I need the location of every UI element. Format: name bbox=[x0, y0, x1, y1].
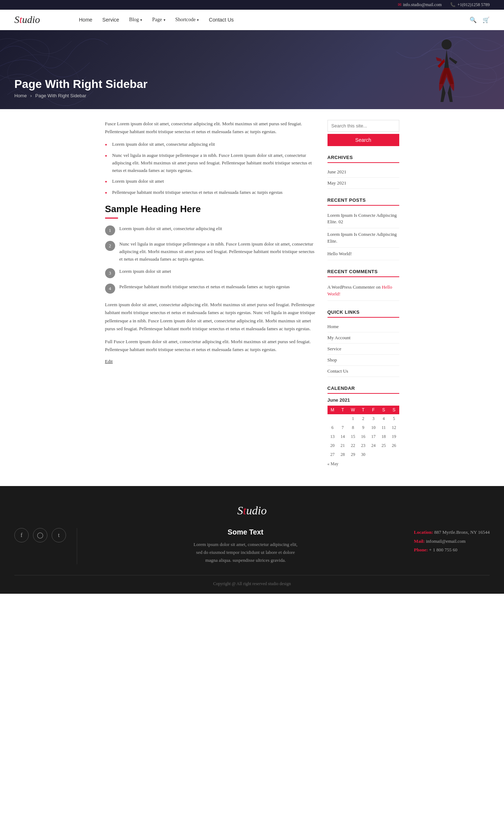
cal-day: 25 bbox=[378, 441, 389, 450]
svg-point-4 bbox=[442, 39, 452, 50]
breadcrumb-home[interactable]: Home bbox=[14, 93, 27, 98]
main-nav: Home Service Blog Page Shortcode Contact… bbox=[79, 17, 470, 23]
facebook-icon[interactable]: f bbox=[14, 528, 29, 542]
cal-day: 11 bbox=[378, 423, 389, 432]
number-badge: 1 bbox=[105, 225, 115, 235]
numbered-text: Pellentesque habitant morbi tristique se… bbox=[119, 283, 290, 291]
footer-grid: f ◯ t Some Text Lorem ipsum dolor sit am… bbox=[14, 528, 490, 564]
cal-day: 27 bbox=[328, 450, 338, 459]
nav-shortcode[interactable]: Shortcode bbox=[175, 17, 199, 23]
numbered-item: 4 Pellentesque habitant morbi tristique … bbox=[105, 283, 317, 294]
calendar-table: M T W T F S S 1 2 3 bbox=[328, 406, 399, 459]
cart-icon[interactable]: 🛒 bbox=[482, 17, 490, 23]
list-item: Pellentesque habitant morbi tristique se… bbox=[105, 189, 317, 196]
quick-link-contact[interactable]: Contact Us bbox=[328, 366, 399, 377]
nav-service[interactable]: Service bbox=[102, 17, 119, 23]
hero-section: Page With Right Sidebar Home › Page With… bbox=[0, 30, 504, 109]
nav-contact[interactable]: Contact Us bbox=[209, 17, 234, 23]
header-icons: 🔍 🛒 bbox=[470, 17, 490, 23]
twitter-icon[interactable]: t bbox=[52, 528, 66, 542]
heading-underline bbox=[105, 218, 118, 219]
content-area: Fusce Lorem ipsum dolor sit amet, consec… bbox=[105, 120, 317, 475]
recent-posts-heading: RECENT POSTS bbox=[328, 197, 399, 206]
cal-day: 22 bbox=[348, 441, 358, 450]
location-value: 887 Myrtle.Bronx, NY 16544 bbox=[434, 529, 490, 535]
number-badge: 3 bbox=[105, 268, 115, 278]
list-item: Lorem ipsum dolor sit amet bbox=[105, 178, 317, 185]
footer-some-text-heading: Some Text bbox=[88, 528, 403, 536]
number-badge: 4 bbox=[105, 284, 115, 294]
phone-value: + 1 800 755 60 bbox=[429, 547, 457, 552]
search-icon[interactable]: 🔍 bbox=[470, 17, 477, 23]
edit-link[interactable]: Edit bbox=[105, 359, 113, 364]
quick-link-my-account[interactable]: My Account bbox=[328, 332, 399, 344]
cal-day: 7 bbox=[338, 423, 348, 432]
cal-day: 28 bbox=[338, 450, 348, 459]
footer-middle: Some Text Lorem ipsum dolor sit amet, co… bbox=[88, 528, 403, 564]
recent-post-item[interactable]: Hello World! bbox=[328, 248, 399, 260]
cal-day: 18 bbox=[378, 432, 389, 441]
breadcrumb-current: Page With Right Sidebar bbox=[35, 93, 86, 98]
sidebar-recent-comments-section: RECENT COMMENTS A WordPress Commenter on… bbox=[328, 269, 399, 301]
recent-post-item[interactable]: Lorem Ipsum Is Consecte Adipiscing Elite… bbox=[328, 209, 399, 228]
cal-day: 2 bbox=[358, 414, 368, 423]
nav-home[interactable]: Home bbox=[79, 17, 92, 23]
numbered-text: Lorem ipsum dolor sit amet, consectetur … bbox=[119, 225, 222, 233]
top-bar: ✉ info.studio@mail.com 📞 +1(012)1258 578… bbox=[0, 0, 504, 10]
calendar-prev-link[interactable]: « May bbox=[328, 461, 339, 466]
hero-title: Page With Right Sidebar bbox=[14, 78, 490, 91]
footer-contact-info: Location: 887 Myrtle.Bronx, NY 16544 Mai… bbox=[414, 528, 490, 555]
cal-day: 9 bbox=[358, 423, 368, 432]
calendar-nav: « May bbox=[328, 461, 399, 467]
cal-day: 17 bbox=[368, 432, 379, 441]
quick-links-list: Home My Account Service Shop Contact Us bbox=[328, 321, 399, 377]
search-button[interactable]: Search bbox=[328, 134, 399, 146]
content-para2: Full Fusce Lorem ipsum dolor sit amet, c… bbox=[105, 338, 317, 354]
instagram-icon[interactable]: ◯ bbox=[33, 528, 47, 542]
cal-day bbox=[378, 450, 389, 459]
quick-link-service[interactable]: Service bbox=[328, 344, 399, 355]
content-para1: Lorem ipsum dolor sit amet, consectetur … bbox=[105, 301, 317, 332]
cal-day: 3 bbox=[368, 414, 379, 423]
cal-day: 10 bbox=[368, 423, 379, 432]
cal-day bbox=[368, 450, 379, 459]
sample-heading: Sample Heading Here bbox=[105, 204, 317, 215]
phone-label: Phone: bbox=[414, 547, 428, 552]
bullet-list: Lorem ipsum dolor sit amet, consectetur … bbox=[105, 141, 317, 196]
number-badge: 2 bbox=[105, 241, 115, 251]
cal-day: 19 bbox=[389, 432, 399, 441]
numbered-text: Nunc vel ligula in augue tristique pelle… bbox=[119, 241, 317, 263]
search-input[interactable] bbox=[328, 120, 399, 132]
cal-day: 26 bbox=[389, 441, 399, 450]
list-item: Lorem ipsum dolor sit amet, consectetur … bbox=[105, 141, 317, 148]
footer-mail: Mail: infomail@email.com bbox=[414, 537, 490, 546]
quick-link-shop[interactable]: Shop bbox=[328, 355, 399, 366]
cal-day: 12 bbox=[389, 423, 399, 432]
numbered-text: Lorem ipsum dolor sit amet bbox=[119, 268, 171, 275]
cal-day bbox=[389, 450, 399, 459]
cal-day: 6 bbox=[328, 423, 338, 432]
sidebar-search-section: Search bbox=[328, 120, 399, 146]
cal-day: 20 bbox=[328, 441, 338, 450]
quick-link-home[interactable]: Home bbox=[328, 321, 399, 332]
recent-post-item[interactable]: Lorem Ipsum Is Consecte Adipiscing Elite… bbox=[328, 228, 399, 247]
footer-copyright: Copyright @ All right reserved studio de… bbox=[14, 575, 490, 587]
nav-blog[interactable]: Blog bbox=[129, 17, 142, 23]
location-label: Location: bbox=[414, 529, 433, 535]
header: Studio Home Service Blog Page Shortcode … bbox=[0, 10, 504, 30]
cal-day-header: F bbox=[368, 406, 379, 414]
nav-page[interactable]: Page bbox=[152, 17, 165, 23]
archives-list: June 2021 May 2021 bbox=[328, 167, 399, 189]
sidebar: Search ARCHIVES June 2021 May 2021 RECEN… bbox=[328, 120, 399, 475]
numbered-item: 2 Nunc vel ligula in augue tristique pel… bbox=[105, 241, 317, 263]
sidebar-quick-links-section: QUICK LINKS Home My Account Service Shop… bbox=[328, 309, 399, 377]
top-bar-phone: 📞 +1(012)1258 5789 bbox=[450, 2, 490, 8]
cal-day: 14 bbox=[338, 432, 348, 441]
numbered-item: 1 Lorem ipsum dolor sit amet, consectetu… bbox=[105, 225, 317, 235]
footer: Studio f ◯ t Some Text Lorem ipsum dolor… bbox=[0, 486, 504, 594]
archive-item[interactable]: June 2021 bbox=[328, 167, 399, 178]
footer-some-text-body: Lorem ipsum dolor sit amet, consectetur … bbox=[192, 541, 299, 564]
archive-item[interactable]: May 2021 bbox=[328, 178, 399, 189]
cal-day: 30 bbox=[358, 450, 368, 459]
calendar-month: June 2021 bbox=[328, 397, 399, 403]
